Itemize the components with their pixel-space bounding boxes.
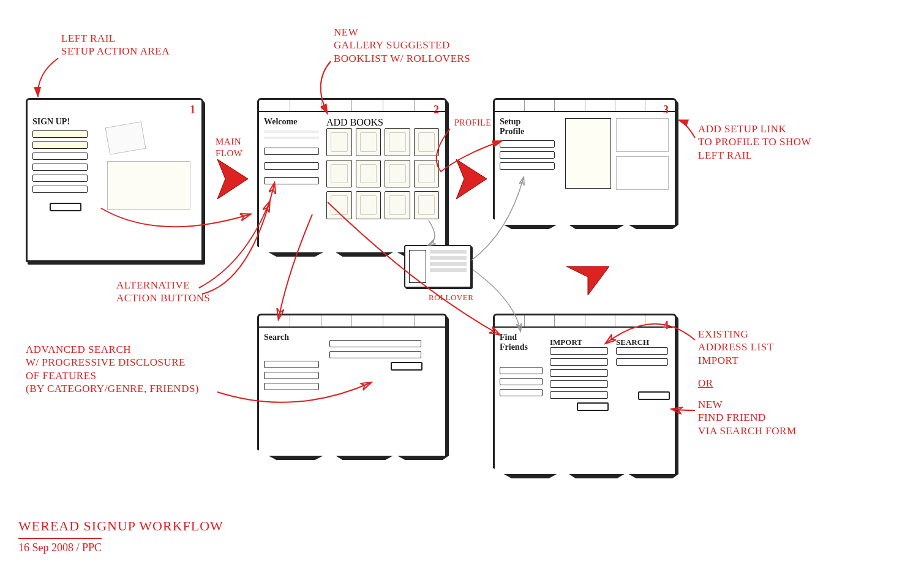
action-button[interactable] <box>264 148 319 155</box>
book-thumbnail[interactable] <box>414 128 440 156</box>
tab[interactable] <box>352 315 383 326</box>
action-button[interactable] <box>500 378 543 385</box>
workflow-title: WEREAD SIGNUP WORKFLOW <box>18 518 223 534</box>
import-field[interactable] <box>550 369 608 377</box>
annotation-main-flow: MAIN FLOW <box>216 136 243 159</box>
tab[interactable] <box>321 100 353 111</box>
tab[interactable] <box>615 315 645 326</box>
action-button[interactable] <box>264 372 319 379</box>
action-button[interactable] <box>264 162 319 170</box>
footer-title-block: WEREAD SIGNUP WORKFLOW 16 Sep 2008 / PPC <box>18 518 223 554</box>
import-button[interactable] <box>577 402 609 411</box>
tab[interactable] <box>495 100 525 111</box>
tab[interactable] <box>352 100 383 111</box>
search-col-button[interactable] <box>638 391 670 400</box>
book-thumbnail[interactable] <box>326 160 352 188</box>
main-flow-arrow-down <box>563 263 612 303</box>
tab[interactable] <box>525 315 555 326</box>
annotation-add-setup: ADD SETUP LINK TO PROFILE TO SHOW LEFT R… <box>698 123 811 162</box>
tab-bar <box>495 315 675 328</box>
form-field[interactable] <box>32 141 88 149</box>
content-box <box>107 161 190 210</box>
form-field[interactable] <box>32 175 88 182</box>
tab[interactable] <box>415 315 445 326</box>
tab[interactable] <box>415 100 445 111</box>
search-field[interactable] <box>616 358 668 366</box>
action-button[interactable] <box>264 361 319 368</box>
left-rail: SIGN UP! <box>32 117 88 211</box>
tab[interactable] <box>585 100 615 111</box>
tab[interactable] <box>383 315 415 326</box>
search-button[interactable] <box>391 362 423 371</box>
book-thumbnail[interactable] <box>385 191 410 219</box>
tab[interactable] <box>555 315 585 326</box>
left-rail: Search <box>264 333 319 394</box>
form-field[interactable] <box>32 153 88 160</box>
search-col-heading: SEARCH <box>616 337 649 347</box>
annotation-adv-search: ADVANCED SEARCH W/ PROGRESSIVE DISCLOSUR… <box>26 343 199 395</box>
import-field[interactable] <box>550 358 608 366</box>
svg-marker-1 <box>456 159 487 199</box>
action-button[interactable] <box>500 367 543 374</box>
panel-number: 1 <box>190 104 195 116</box>
action-button[interactable] <box>264 177 319 184</box>
book-thumbnail[interactable] <box>385 160 410 188</box>
tab[interactable] <box>259 100 290 111</box>
tab[interactable] <box>645 100 675 111</box>
import-field[interactable] <box>550 347 608 355</box>
tab[interactable] <box>259 315 290 326</box>
main-flow-arrow-1 <box>214 156 251 205</box>
tab[interactable] <box>290 315 321 326</box>
book-thumbnail[interactable] <box>414 191 440 219</box>
profile-heading: Setup Profile <box>500 117 555 137</box>
submit-button[interactable] <box>50 203 81 211</box>
action-button[interactable] <box>500 162 555 170</box>
signup-heading: SIGN UP! <box>32 117 88 127</box>
tab[interactable] <box>290 100 321 111</box>
tab[interactable] <box>615 100 645 111</box>
book-thumbnail[interactable] <box>326 128 352 156</box>
book-grid <box>326 128 439 219</box>
form-field[interactable] <box>32 164 88 171</box>
search-input[interactable] <box>329 340 421 347</box>
search-column: SEARCH <box>616 336 670 400</box>
tab-bar <box>259 100 445 112</box>
action-button[interactable] <box>500 151 555 159</box>
panel-add-books: 2 Welcome ADD BOOKS <box>257 98 447 254</box>
annotation-or: OR <box>698 377 713 390</box>
panel-search: Search <box>257 314 447 458</box>
action-button[interactable] <box>264 383 319 390</box>
tab[interactable] <box>525 100 555 111</box>
rollover-popup <box>404 245 471 288</box>
content-box <box>616 156 669 190</box>
book-thumbnail[interactable] <box>356 191 381 219</box>
book-thumbnail[interactable] <box>326 191 352 219</box>
tab[interactable] <box>645 315 675 326</box>
book-thumbnail[interactable] <box>356 128 381 156</box>
book-thumbnail[interactable] <box>414 160 440 188</box>
import-heading: IMPORT <box>550 337 582 347</box>
panel-find-friends: 4 Find Friends IMPORT SEARCH <box>493 314 677 476</box>
panel-signup: 1 SIGN UP! <box>26 98 203 262</box>
search-input[interactable] <box>329 351 421 358</box>
book-thumbnail[interactable] <box>385 128 410 156</box>
left-rail: Find Friends <box>500 333 543 400</box>
tab[interactable] <box>555 100 585 111</box>
hero-placeholder <box>105 121 146 155</box>
tab[interactable] <box>585 315 615 326</box>
import-field[interactable] <box>550 380 608 388</box>
form-field[interactable] <box>32 186 88 193</box>
friends-heading: Find Friends <box>500 333 543 352</box>
import-field[interactable] <box>550 391 608 399</box>
annotation-alt-actions: ALTERNATIVE ACTION BUTTONS <box>116 279 211 305</box>
welcome-heading: Welcome <box>264 117 319 127</box>
tab[interactable] <box>495 315 525 326</box>
search-field[interactable] <box>616 347 668 355</box>
action-button[interactable] <box>500 389 543 396</box>
action-button[interactable] <box>500 140 555 148</box>
tab[interactable] <box>383 100 415 111</box>
book-thumbnail[interactable] <box>356 160 381 188</box>
form-field[interactable] <box>32 130 88 138</box>
tab[interactable] <box>321 315 353 326</box>
tab-bar <box>259 315 445 328</box>
